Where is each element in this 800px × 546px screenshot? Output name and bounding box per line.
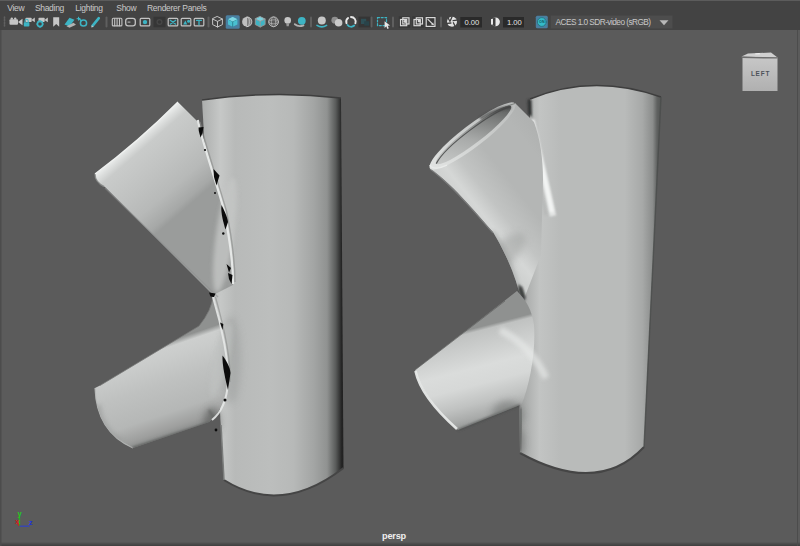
svg-text:ACES 1.0 SDR-video (sRGB): ACES 1.0 SDR-video (sRGB) [556,17,652,27]
svg-text:ON: ON [539,20,545,24]
svg-text:1.00: 1.00 [507,18,522,27]
svg-text:z: z [29,518,33,527]
svg-text:persp: persp [382,531,407,541]
svg-text:0.00: 0.00 [465,18,480,27]
svg-text:LEFT: LEFT [751,70,770,77]
